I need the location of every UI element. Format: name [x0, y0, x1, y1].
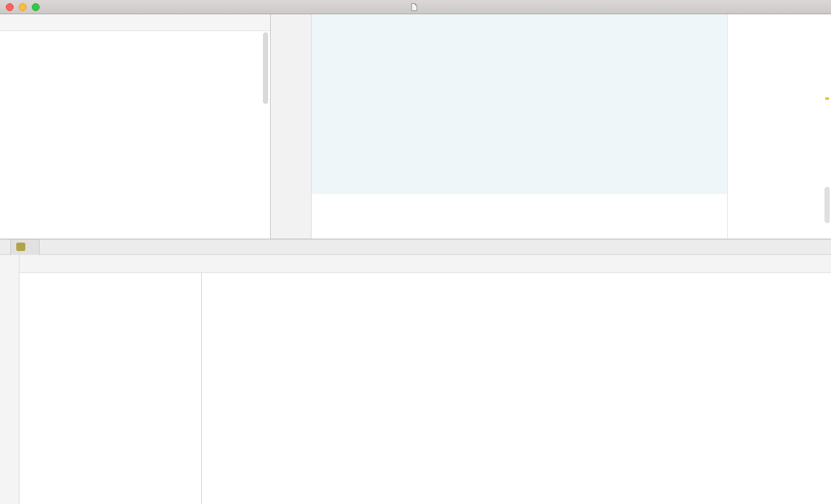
window-title-wrap	[0, 0, 831, 14]
close-window-button[interactable]	[6, 3, 14, 11]
zoom-window-button[interactable]	[32, 3, 40, 11]
editor-lines	[271, 14, 831, 19]
workspace	[0, 14, 831, 239]
minimize-window-button[interactable]	[19, 3, 27, 11]
console-toolbar	[814, 273, 831, 504]
run-tool-window	[0, 239, 831, 504]
titlebar	[0, 0, 831, 14]
application-window	[0, 0, 831, 504]
editor-scrollbar[interactable]	[825, 187, 830, 223]
project-scrollbar[interactable]	[263, 32, 268, 104]
project-panel-header	[0, 14, 270, 31]
run-tab[interactable]	[10, 239, 40, 255]
warning-stripe-mark[interactable]	[825, 97, 829, 100]
project-tool-window	[0, 14, 271, 239]
php-file-icon	[16, 243, 25, 251]
method-scope-highlight	[312, 14, 727, 194]
test-runner-toolbar	[19, 255, 831, 273]
test-console[interactable]	[202, 273, 831, 504]
run-tab-bar	[0, 239, 831, 255]
run-content	[0, 255, 831, 504]
window-controls	[6, 3, 40, 11]
right-margin-guide	[727, 14, 728, 239]
project-tree	[0, 31, 270, 32]
editor-gutter-column	[271, 14, 312, 239]
run-left-toolbar	[0, 255, 19, 504]
test-results-tree	[19, 273, 202, 504]
editor[interactable]	[271, 14, 831, 239]
run-main	[19, 273, 831, 504]
document-icon	[411, 3, 417, 11]
run-right-column	[19, 255, 831, 504]
